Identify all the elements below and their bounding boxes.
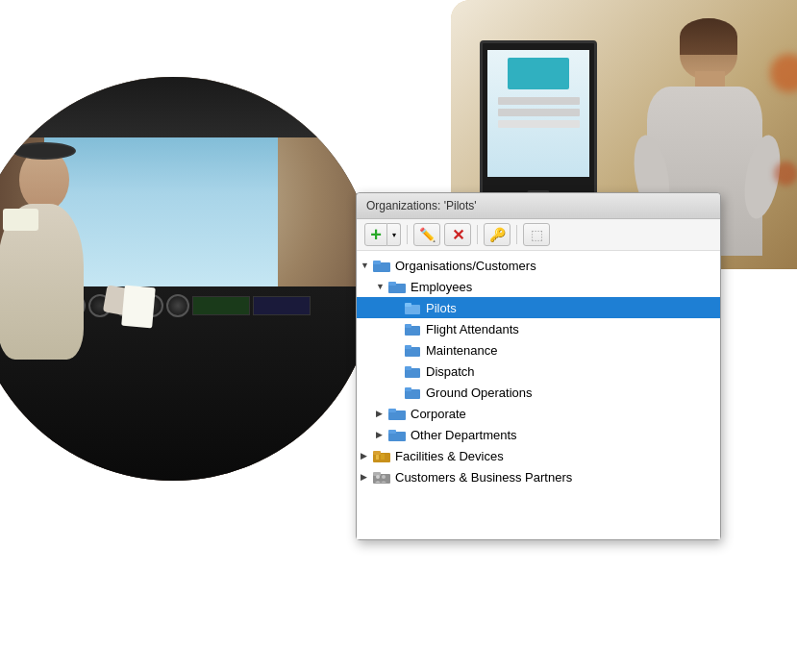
dialog-title: Organizations: 'Pilots': [366, 199, 477, 212]
tree-label-pilots: Pilots: [426, 301, 457, 315]
tree-label-organisations: Organisations/Customers: [395, 259, 536, 273]
folder-icon-dispatch: [403, 363, 422, 379]
svg-rect-17: [388, 430, 396, 434]
tree-item-flight-attendants[interactable]: Flight Attendants: [357, 318, 720, 339]
tree-item-pilots[interactable]: Pilots: [357, 297, 720, 318]
svg-rect-3: [388, 282, 396, 286]
tree-label-employees: Employees: [411, 280, 472, 294]
folder-icon-ground-operations: [403, 385, 422, 400]
svg-rect-19: [373, 451, 381, 455]
tree-label-flight-attendants: Flight Attendants: [426, 322, 519, 336]
svg-rect-5: [405, 303, 411, 307]
dialog-window: Organizations: 'Pilots' + ▾ ✏️ ✕ 🔑: [356, 192, 721, 540]
svg-rect-13: [405, 387, 411, 391]
svg-rect-21: [381, 454, 385, 460]
folder-icon-pilots: [403, 300, 422, 315]
svg-rect-15: [388, 409, 396, 412]
tree-label-other-departments: Other Departments: [411, 428, 517, 442]
tree-label-ground-operations: Ground Operations: [426, 386, 533, 400]
tree-label-customers: Customers & Business Partners: [395, 470, 572, 485]
folder-icon-customers: [372, 469, 391, 485]
dialog-titlebar: Organizations: 'Pilots': [357, 193, 720, 219]
folder-icon-other-departments: [387, 427, 407, 442]
key-button[interactable]: 🔑: [484, 223, 511, 246]
expand-arrow-facilities: ▶: [361, 451, 372, 460]
tree-item-employees[interactable]: ▼ Employees: [357, 276, 720, 297]
tree-label-maintenance: Maintenance: [426, 343, 497, 358]
tree-item-ground-operations[interactable]: Ground Operations: [357, 382, 720, 403]
tree-item-corporate[interactable]: ▶ Corporate: [357, 403, 720, 424]
expand-arrow-organisations: ▼: [361, 261, 372, 270]
delete-icon: ✕: [452, 226, 464, 244]
tree-item-dispatch[interactable]: Dispatch: [357, 361, 720, 382]
cockpit-photo: [0, 77, 375, 481]
tree-item-organisations[interactable]: ▼ Organisations/Customers: [357, 255, 720, 276]
expand-arrow-employees: ▼: [376, 282, 387, 291]
edit-icon: ✏️: [419, 227, 436, 242]
svg-rect-1: [373, 261, 381, 264]
toolbar-separator-2: [477, 225, 478, 244]
svg-rect-20: [376, 455, 379, 460]
folder-icon-facilities: [372, 448, 391, 463]
folder-icon-maintenance: [403, 342, 422, 358]
folder-icon-employees: [387, 279, 407, 294]
tree-label-corporate: Corporate: [411, 407, 466, 421]
dialog-toolbar: + ▾ ✏️ ✕ 🔑 ⬚: [357, 219, 720, 251]
expand-arrow-other-departments: ▶: [376, 430, 387, 439]
svg-point-24: [376, 475, 380, 479]
svg-rect-11: [405, 366, 411, 370]
tree-item-facilities[interactable]: ▶ Facilities & Devices: [357, 445, 720, 466]
expand-arrow-customers: ▶: [361, 472, 372, 482]
add-button[interactable]: +: [364, 223, 387, 246]
delete-button[interactable]: ✕: [444, 223, 471, 246]
folder-icon-flight-attendants: [403, 321, 422, 336]
svg-rect-9: [405, 345, 411, 349]
toolbar-separator-3: [516, 225, 517, 244]
toolbar-separator-1: [407, 225, 408, 244]
add-dropdown-arrow[interactable]: ▾: [387, 223, 401, 246]
tree-view: ▼ Organisations/Customers ▼ Employees: [357, 251, 720, 539]
tree-item-other-departments[interactable]: ▶ Other Departments: [357, 424, 720, 445]
tree-label-dispatch: Dispatch: [426, 364, 475, 379]
folder-icon-corporate: [387, 406, 407, 421]
add-button-group[interactable]: + ▾: [364, 223, 401, 246]
select-icon: ⬚: [531, 227, 543, 242]
expand-arrow-corporate: ▶: [376, 409, 387, 418]
dropdown-chevron-icon: ▾: [392, 231, 396, 239]
tree-item-maintenance[interactable]: Maintenance: [357, 339, 720, 361]
svg-rect-7: [405, 324, 411, 328]
add-icon: +: [370, 225, 382, 244]
select-button[interactable]: ⬚: [523, 223, 550, 246]
tree-item-customers[interactable]: ▶ Customers & Business Partners: [357, 466, 720, 487]
folder-icon-organisations: [372, 258, 391, 273]
tree-label-facilities: Facilities & Devices: [395, 449, 504, 463]
svg-point-25: [382, 475, 386, 479]
edit-button[interactable]: ✏️: [413, 223, 440, 246]
key-icon: 🔑: [489, 227, 506, 242]
